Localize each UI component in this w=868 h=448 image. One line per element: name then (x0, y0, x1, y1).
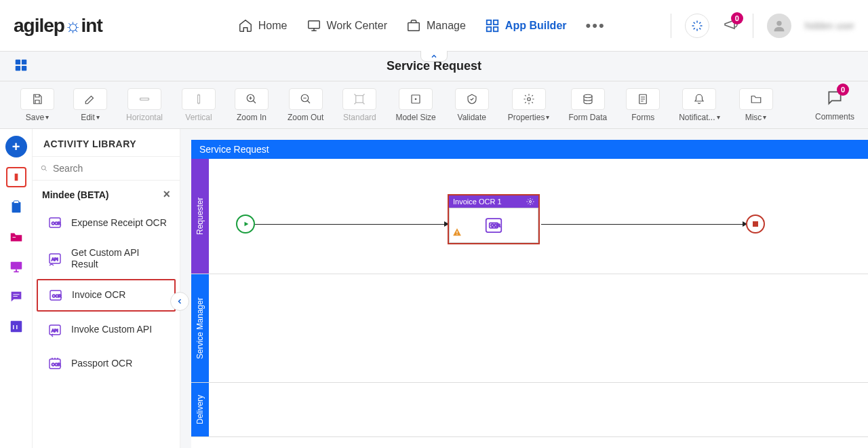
toolbar: Save▾ Edit▾ Horizontal Vertical Zoom In … (0, 81, 868, 129)
svg-text:OCR: OCR (52, 362, 61, 367)
lane-label[interactable]: Requester (191, 159, 209, 274)
svg-rect-23 (14, 201, 18, 204)
collapse-header-button[interactable] (420, 51, 448, 62)
library-item-label: Expense Receipt OCR (71, 217, 167, 229)
notifications-button[interactable]: Notificat...▾ (672, 84, 726, 126)
svg-rect-46 (456, 234, 457, 235)
lane-content[interactable]: Invoice OCR 1 OCR (209, 159, 868, 274)
forms-icon (637, 93, 649, 105)
nav-right: 0 hidden user (671, 14, 854, 38)
validate-button[interactable]: Validate (448, 84, 496, 126)
edit-label: Edit (81, 113, 95, 122)
activity-body: OCR (449, 208, 538, 243)
apps-grid-button[interactable] (14, 58, 28, 75)
svg-text:OCR: OCR (52, 221, 61, 225)
canvas[interactable]: Service Request Requester Invoice OCR 1 (191, 140, 868, 448)
properties-button[interactable]: Properties▾ (501, 84, 557, 126)
standard-icon (353, 93, 366, 105)
comments-button[interactable]: 0 Comments (815, 89, 854, 122)
swimlane-requester: Requester Invoice OCR 1 (191, 159, 868, 274)
swimlanes: Requester Invoice OCR 1 (191, 159, 868, 447)
form-data-button[interactable]: Form Data (561, 84, 614, 126)
library-item-get-custom-api[interactable]: API Get Custom API Result (37, 241, 176, 276)
close-category-button[interactable]: × (163, 187, 170, 202)
notification-button[interactable]: 0 (723, 16, 739, 35)
forms-button[interactable]: Forms (619, 84, 667, 126)
collapse-library-button[interactable] (170, 292, 189, 311)
library-search (33, 156, 180, 181)
activity-invoice-ocr[interactable]: Invoice OCR 1 OCR (448, 194, 540, 244)
svg-rect-15 (356, 95, 363, 102)
edit-button[interactable]: Edit▾ (66, 84, 114, 126)
rail-code-icon[interactable]: I I (6, 316, 26, 337)
svg-rect-12 (198, 95, 200, 103)
gear-icon[interactable] (526, 198, 534, 206)
misc-button[interactable]: Misc▾ (732, 84, 780, 126)
nav-manage[interactable]: Manage (406, 18, 466, 33)
horizontal-button[interactable]: Horizontal (119, 84, 170, 126)
vertical-label: Vertical (185, 113, 212, 122)
standard-button[interactable]: Standard (336, 84, 383, 126)
svg-text:OCR: OCR (52, 294, 62, 298)
svg-text:API: API (52, 329, 58, 333)
svg-text:OCR: OCR (491, 223, 500, 227)
activity-title: Invoice OCR 1 (453, 198, 502, 206)
library-item-expense-receipt[interactable]: OCR Expense Receipt OCR (37, 207, 176, 238)
save-icon (31, 93, 43, 105)
chevron-left-icon (176, 297, 184, 305)
zoom-out-button[interactable]: Zoom Out (281, 84, 330, 126)
rail-chat-icon[interactable] (6, 286, 26, 307)
save-button[interactable]: Save▾ (14, 84, 61, 126)
start-node[interactable] (236, 214, 255, 234)
svg-point-6 (776, 20, 781, 25)
properties-icon (523, 93, 535, 105)
svg-point-19 (584, 94, 592, 98)
lane-content[interactable] (209, 274, 868, 382)
lane-label[interactable]: Delivery (191, 383, 209, 436)
nav-work-center[interactable]: Work Center (307, 18, 388, 33)
lane-label[interactable]: Service Manager (191, 274, 209, 382)
svg-rect-5 (494, 26, 498, 31)
edge (541, 224, 746, 225)
avatar[interactable] (767, 14, 791, 38)
left-rail: + I I (0, 129, 33, 448)
rail-activities-icon[interactable] (6, 167, 26, 187)
svg-rect-22 (12, 202, 20, 213)
nav-work-center-label: Work Center (327, 20, 388, 32)
spinner-icon (691, 20, 703, 32)
library-category: Mindee (BETA) × (33, 181, 180, 206)
svg-rect-9 (16, 65, 20, 70)
standard-label: Standard (343, 113, 376, 122)
nav-app-builder-label: App Builder (505, 20, 567, 32)
nav-more-icon[interactable]: ••• (586, 17, 606, 35)
zoom-out-icon (300, 93, 312, 105)
api-icon: API (47, 250, 63, 267)
canvas-title: Service Request (191, 140, 868, 159)
loading-icon[interactable] (685, 14, 709, 38)
grid-icon (14, 58, 28, 73)
search-input[interactable] (53, 163, 172, 174)
nav-app-builder[interactable]: App Builder (485, 18, 567, 33)
svg-rect-11 (140, 98, 149, 100)
library-item-invoke-custom-api[interactable]: API Invoke Custom API (37, 314, 176, 346)
zoom-in-button[interactable]: Zoom In (228, 84, 275, 126)
model-size-button[interactable]: Model Size (389, 84, 442, 126)
rail-folder-icon[interactable] (6, 227, 26, 247)
swimlane-delivery: Delivery (191, 383, 868, 437)
title-bar: Service Request (0, 52, 868, 81)
rail-clipboard-icon[interactable] (6, 197, 26, 217)
play-icon (243, 221, 250, 227)
library-item-passport-ocr[interactable]: OCR Passport OCR (37, 348, 176, 379)
vertical-button[interactable]: Vertical (175, 84, 222, 126)
add-button[interactable]: + (5, 136, 27, 157)
library-item-label: Get Custom API Result (71, 247, 167, 270)
end-node[interactable] (746, 214, 765, 234)
validate-label: Validate (458, 113, 486, 122)
lane-content[interactable] (209, 383, 868, 436)
nav-home[interactable]: Home (238, 18, 288, 33)
rail-presentation-icon[interactable] (6, 257, 26, 277)
library-item-invoice-ocr[interactable]: OCR Invoice OCR (37, 279, 176, 312)
briefcase-icon (406, 18, 421, 33)
username: hidden user (805, 20, 854, 31)
library-item-label: Passport OCR (71, 358, 132, 369)
